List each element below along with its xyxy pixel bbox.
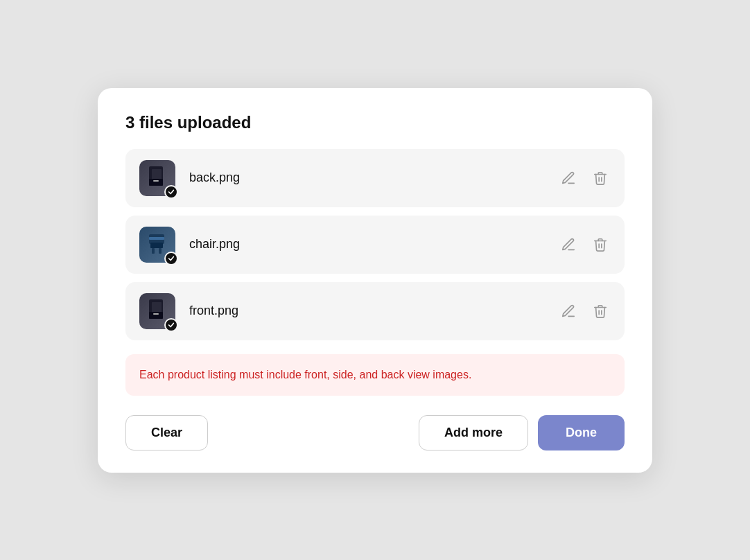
svg-rect-5 <box>153 180 159 182</box>
file-actions-front <box>558 301 611 322</box>
delete-front-button[interactable] <box>590 301 611 322</box>
edit-chair-button[interactable] <box>558 234 579 255</box>
file-image-front <box>148 299 167 323</box>
delete-back-button[interactable] <box>590 168 611 189</box>
pencil-icon <box>561 237 576 252</box>
check-badge-back <box>164 185 178 199</box>
pencil-icon <box>561 304 576 319</box>
clear-button[interactable]: Clear <box>125 415 208 450</box>
check-badge-front <box>164 318 178 332</box>
svg-rect-13 <box>149 312 163 319</box>
file-name-chair: chair.png <box>189 237 558 252</box>
close-button[interactable] <box>619 120 625 125</box>
svg-rect-14 <box>153 313 159 315</box>
svg-rect-3 <box>152 169 162 180</box>
pencil-icon <box>561 170 576 186</box>
error-banner: Each product listing must include front,… <box>125 354 625 396</box>
file-item-front: front.png <box>125 282 625 340</box>
trash-icon <box>593 170 608 186</box>
file-thumb-wrap-back <box>139 160 175 196</box>
file-image-chair <box>148 233 167 256</box>
svg-rect-4 <box>149 179 163 186</box>
file-actions-back <box>558 168 611 189</box>
check-badge-chair <box>164 252 178 265</box>
modal-footer: Clear Add more Done <box>125 415 625 450</box>
trash-icon <box>593 304 608 319</box>
svg-rect-7 <box>150 243 163 248</box>
file-actions-chair <box>558 234 611 255</box>
done-button[interactable]: Done <box>538 415 625 450</box>
svg-rect-9 <box>159 248 162 254</box>
trash-icon <box>593 237 608 252</box>
file-name-back: back.png <box>189 170 558 185</box>
file-item-chair: chair.png <box>125 216 625 274</box>
error-message: Each product listing must include front,… <box>139 367 611 383</box>
file-thumb-wrap-front <box>139 293 175 329</box>
upload-modal: 3 files uploaded <box>98 88 652 473</box>
modal-title: 3 files uploaded <box>125 113 251 132</box>
footer-right: Add more Done <box>419 415 625 450</box>
edit-front-button[interactable] <box>558 301 579 322</box>
edit-back-button[interactable] <box>558 168 579 189</box>
modal-header: 3 files uploaded <box>125 113 625 132</box>
file-thumb-wrap-chair <box>139 227 175 263</box>
file-list: back.png <box>125 149 625 340</box>
file-item-back: back.png <box>125 149 625 207</box>
file-name-front: front.png <box>189 304 558 318</box>
check-icon-back <box>168 189 175 195</box>
svg-rect-8 <box>152 248 155 254</box>
delete-chair-button[interactable] <box>590 234 611 255</box>
file-image-back <box>148 166 167 190</box>
add-more-button[interactable]: Add more <box>419 415 528 450</box>
svg-rect-12 <box>152 302 162 313</box>
check-icon-front <box>168 322 175 329</box>
check-icon-chair <box>168 255 175 262</box>
svg-rect-10 <box>149 237 164 240</box>
